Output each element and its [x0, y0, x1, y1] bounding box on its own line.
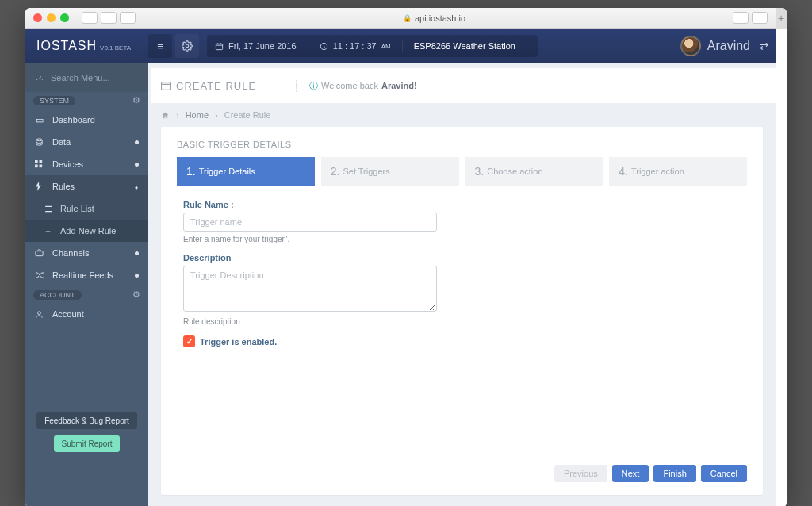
sidebar-item-label: Rule List: [60, 204, 94, 213]
sidebar-item-data[interactable]: Data: [25, 131, 148, 153]
browser-newtab-button[interactable]: +: [776, 8, 787, 29]
enabled-checkbox-row[interactable]: ✓ Trigger is enabled.: [183, 335, 488, 347]
browser-forward-button[interactable]: [101, 12, 117, 24]
bolt-icon: [35, 182, 44, 191]
wizard-footer: Previous Next Finish Cancel: [161, 457, 763, 485]
sidebar-item-rule-list[interactable]: Rule List: [25, 197, 148, 220]
window-zoom-icon[interactable]: [60, 13, 69, 22]
browser-window: 🔒 api.iostash.io IOSTASH V0.1 BETA ≡: [25, 8, 787, 506]
indicator-dot: [135, 140, 139, 144]
browser-back-button[interactable]: [82, 12, 98, 24]
window-close-icon[interactable]: [33, 13, 42, 22]
chevron-right-icon: ›: [176, 110, 179, 120]
svg-rect-5: [40, 160, 43, 163]
gear-icon[interactable]: ⚙: [132, 95, 140, 105]
section-system-label: SYSTEM: [33, 96, 75, 105]
section-system: SYSTEM ⚙: [25, 92, 148, 109]
svg-rect-7: [40, 164, 43, 167]
step-set-triggers[interactable]: 2.Set Triggers: [321, 157, 459, 186]
svg-rect-1: [216, 44, 222, 49]
sidebar-item-channels[interactable]: Channels: [25, 242, 148, 264]
svg-point-0: [186, 44, 189, 48]
finish-button[interactable]: Finish: [653, 465, 695, 482]
lock-icon: 🔒: [403, 14, 412, 22]
dashboard-icon: ▭: [35, 115, 44, 125]
clock-icon: [320, 42, 328, 51]
description-label: Description: [183, 253, 488, 263]
speed-icon: [35, 74, 44, 82]
previous-button[interactable]: Previous: [554, 465, 607, 482]
step-trigger-action[interactable]: 4.Trigger action: [609, 157, 747, 186]
sidebar-item-label: Realtime Feeds: [52, 270, 113, 280]
info-icon: ⓘ: [309, 80, 318, 92]
user-icon: [35, 310, 44, 319]
window-minimize-icon[interactable]: [47, 13, 56, 22]
feedback-button[interactable]: Feedback & Bug Report: [36, 412, 137, 429]
sidebar-item-realtime[interactable]: Realtime Feeds: [25, 264, 148, 286]
sidebar-item-label: Devices: [52, 159, 83, 169]
sidebar-toggle-button[interactable]: ≡: [148, 34, 172, 58]
topbar-device: ESP8266 Weather Station: [414, 41, 515, 51]
form-area: Rule Name : Enter a name for your trigge…: [161, 186, 510, 354]
app-topbar: IOSTASH V0.1 BETA ≡ Fri, 17 June 2016: [25, 29, 776, 63]
calendar-icon: [215, 42, 224, 51]
indicator-dot: [135, 274, 139, 278]
rule-name-label: Rule Name :: [183, 200, 488, 209]
home-icon[interactable]: [161, 111, 170, 120]
topbar-date: Fri, 17 June 2016: [228, 41, 297, 51]
plus-icon: ＋: [43, 225, 52, 237]
svg-rect-10: [162, 82, 171, 90]
brand-name: IOSTASH: [36, 39, 97, 53]
menu-toggle-icon[interactable]: ⇄: [760, 40, 768, 52]
breadcrumb-home[interactable]: Home: [186, 110, 209, 120]
sidebar-item-add-rule[interactable]: ＋ Add New Rule: [25, 220, 148, 242]
browser-tabs2-button[interactable]: [752, 12, 768, 24]
topbar-time: 11 : 17 : 37: [333, 41, 377, 51]
step-trigger-details[interactable]: 1.Trigger Details: [177, 157, 315, 186]
sidebar-item-dashboard[interactable]: ▭ Dashboard: [25, 109, 148, 131]
next-button[interactable]: Next: [612, 465, 649, 482]
gear-icon[interactable]: ⚙: [132, 289, 140, 300]
settings-gear-button[interactable]: [175, 34, 199, 58]
sidebar-item-label: Account: [52, 309, 84, 319]
section-account: ACCOUNT ⚙: [25, 286, 148, 303]
sidebar-item-rules[interactable]: Rules ⬧: [25, 175, 148, 197]
user-name: Aravind: [707, 39, 750, 53]
database-icon: [35, 138, 44, 147]
search-input[interactable]: [51, 73, 139, 82]
rule-name-help: Enter a name for your trigger".: [183, 235, 488, 243]
briefcase-icon: [35, 249, 44, 257]
browser-url-bar[interactable]: 🔒 api.iostash.io: [140, 13, 728, 23]
page-title: CREATE RULE: [176, 80, 256, 92]
svg-point-3: [36, 138, 42, 140]
grid-icon: [35, 160, 44, 169]
browser-tabs-button[interactable]: [120, 12, 136, 24]
checkbox-icon[interactable]: ✓: [183, 335, 195, 347]
sidebar-item-label: Dashboard: [52, 115, 95, 125]
rule-name-input[interactable]: [183, 213, 437, 232]
sidebar-item-account[interactable]: Account: [25, 303, 148, 325]
sidebar-search[interactable]: [25, 63, 148, 92]
step-choose-action[interactable]: 3.Choose action: [465, 157, 603, 186]
list-icon: [43, 205, 52, 213]
sidebar-item-label: Rules: [52, 182, 75, 191]
window-icon: [161, 82, 171, 90]
main-content: CREATE RULE ⓘ Welcome back Aravind!: [148, 63, 776, 506]
wizard-steps: 1.Trigger Details 2.Set Triggers 3.Choos…: [161, 157, 763, 186]
user-menu[interactable]: Aravind ⇄: [680, 36, 776, 56]
submit-report-button[interactable]: Submit Report: [54, 435, 121, 452]
avatar: [680, 36, 701, 56]
indicator-dot: [135, 251, 139, 255]
top-status-pill: Fri, 17 June 2016 11 : 17 : 37 AM ESP826…: [207, 35, 538, 57]
svg-rect-4: [35, 160, 38, 163]
section-account-label: ACCOUNT: [33, 290, 82, 300]
shuffle-icon: [35, 271, 44, 279]
svg-rect-6: [35, 164, 38, 167]
brand[interactable]: IOSTASH V0.1 BETA: [25, 39, 148, 53]
sidebar-item-devices[interactable]: Devices: [25, 153, 148, 175]
description-input[interactable]: [183, 266, 437, 312]
browser-chrome: 🔒 api.iostash.io: [25, 8, 776, 29]
indicator-dot: [135, 163, 139, 167]
browser-share-button[interactable]: [733, 12, 749, 24]
cancel-button[interactable]: Cancel: [701, 465, 747, 482]
